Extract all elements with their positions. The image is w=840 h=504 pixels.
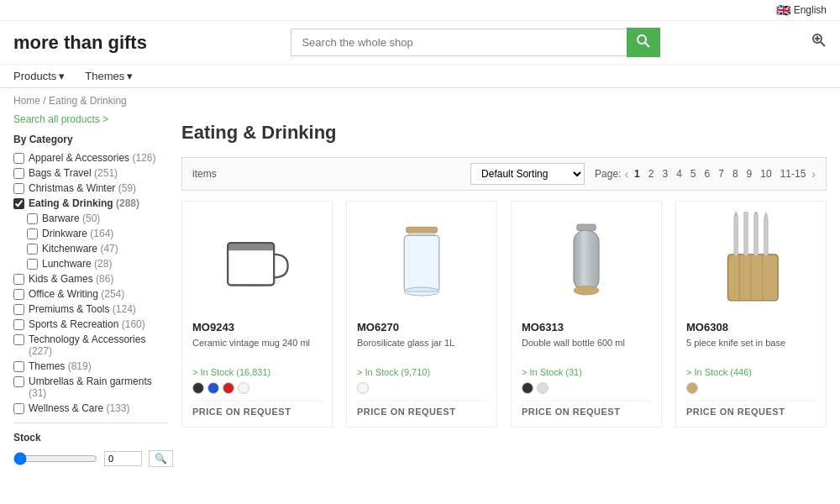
category-count: (819) [65,360,91,372]
stock-status: > In Stock (16,831) [192,367,322,377]
subcategory-item[interactable]: Kitchenware (47) [27,243,168,255]
category-count: (124) [109,303,135,315]
svg-rect-8 [228,243,274,250]
product-card[interactable]: MO6313Double wall bottle 600 ml> In Stoc… [511,201,662,428]
category-checkbox[interactable] [13,274,24,285]
category-label: Umbrellas & Rain garments (31) [29,375,168,399]
search-button[interactable] [627,28,660,57]
next-page-arrow[interactable]: › [811,167,816,181]
category-item[interactable]: Office & Writing (254) [13,288,168,300]
page-link[interactable]: 4 [674,167,685,181]
page-link[interactable]: 10 [758,167,774,181]
subcategory-item[interactable]: Lunchware (28) [27,258,168,270]
prev-page-arrow[interactable]: ‹ [624,167,628,181]
product-code: MO9243 [192,321,322,333]
color-swatch[interactable] [207,382,219,394]
by-category-heading: By Category [13,134,168,145]
category-checkbox[interactable] [13,153,24,164]
category-item[interactable]: Apparel & Accessories (126) [13,152,168,164]
sort-pagination: Default SortingPrice: Low to HighPrice: … [470,163,816,185]
zoom-icon[interactable] [811,33,827,52]
page-link[interactable]: 5 [688,167,699,181]
stock-value-input[interactable] [104,451,142,466]
category-checkbox[interactable] [13,334,24,345]
category-count: (288) [113,197,139,209]
category-checkbox[interactable] [13,198,24,209]
subcategory-checkbox[interactable] [27,228,38,239]
product-card[interactable]: MO6270Borosilicate glass jar 1L> In Stoc… [346,201,497,428]
product-code: MO6313 [522,321,651,333]
category-checkbox[interactable] [13,361,24,372]
main-nav: Products ▾ Themes ▾ [0,65,840,88]
color-swatches [357,382,486,394]
svg-rect-25 [754,214,759,255]
stock-search-button[interactable]: 🔍 [149,450,173,467]
color-swatch[interactable] [686,382,698,394]
page-link[interactable]: 6 [702,167,713,181]
category-item[interactable]: Eating & Drinking (288) [13,197,168,209]
page-link[interactable]: 2 [646,167,657,181]
svg-rect-27 [764,218,769,256]
category-checkbox[interactable] [13,183,24,194]
breadcrumb-home[interactable]: Home [13,95,40,107]
nav-products[interactable]: Products ▾ [13,70,65,82]
svg-point-12 [404,287,439,296]
subcategory-checkbox[interactable] [27,259,38,270]
subcategory-label: Lunchware (28) [42,258,112,270]
pagination: Page: ‹ 1234567891011-15 › [595,167,816,181]
color-swatch[interactable] [537,382,549,394]
breadcrumb: Home / Eating & Drinking [0,88,840,113]
sort-select[interactable]: Default SortingPrice: Low to HighPrice: … [470,163,585,185]
subcategory-item[interactable]: Drinkware (164) [27,228,168,239]
price-on-request: PRICE ON REQUEST [686,401,816,417]
color-swatch[interactable] [522,382,533,394]
color-swatches [522,382,651,394]
product-name: Double wall bottle 600 ml [522,337,651,362]
category-item[interactable]: Wellness & Care (133) [13,402,168,414]
category-item[interactable]: Bags & Travel (251) [13,167,168,179]
category-checkbox[interactable] [13,319,24,330]
color-swatch[interactable] [357,382,369,394]
category-item[interactable]: Christmas & Winter (59) [13,182,168,194]
stock-range: 🔍 [13,450,168,467]
page-link[interactable]: 1 [632,167,643,181]
category-item[interactable]: Themes (819) [13,360,168,372]
nav-themes[interactable]: Themes ▾ [85,70,133,82]
color-swatch[interactable] [238,382,249,394]
search-all-products[interactable]: Search all products > [13,113,168,125]
language-label[interactable]: English [794,4,827,16]
category-checkbox[interactable] [13,289,24,300]
content-header-bar: items Default SortingPrice: Low to HighP… [181,157,827,191]
category-item[interactable]: Umbrellas & Rain garments (31) [13,375,168,399]
color-swatch[interactable] [223,382,234,394]
product-card[interactable]: MO63085 piece knife set in base> In Stoc… [675,201,827,428]
zoom-svg [811,33,827,48]
page-link[interactable]: 7 [716,167,727,181]
category-label: Bags & Travel (251) [29,167,118,179]
stock-status: > In Stock (31) [522,367,651,377]
color-swatch[interactable] [192,382,204,394]
page-link[interactable]: 8 [730,167,741,181]
category-checkbox[interactable] [13,304,24,315]
search-input[interactable] [291,29,627,56]
logo[interactable]: more than gifts [13,32,147,54]
subcategory-item[interactable]: Barware (50) [27,213,168,224]
category-count: (227) [29,345,52,357]
stock-section: Stock 🔍 [13,432,168,467]
page-link[interactable]: 9 [744,167,755,181]
category-item[interactable]: Premiums & Tools (124) [13,303,168,315]
subcategory-checkbox[interactable] [27,213,38,224]
svg-rect-15 [574,231,599,291]
category-checkbox[interactable] [13,376,24,387]
subcategory-checkbox[interactable] [27,244,38,255]
category-checkbox[interactable] [13,168,24,179]
category-count: (160) [118,318,144,330]
stock-slider[interactable] [13,452,97,465]
category-checkbox[interactable] [13,403,24,414]
category-item[interactable]: Technology & Accessories (227) [13,333,168,357]
category-item[interactable]: Kids & Games (86) [13,273,168,285]
product-card[interactable]: MO9243Ceramic vintage mug 240 ml> In Sto… [181,201,333,428]
page-link[interactable]: 11-15 [778,167,809,181]
category-item[interactable]: Sports & Recreation (160) [13,318,168,330]
page-link[interactable]: 3 [659,167,670,181]
